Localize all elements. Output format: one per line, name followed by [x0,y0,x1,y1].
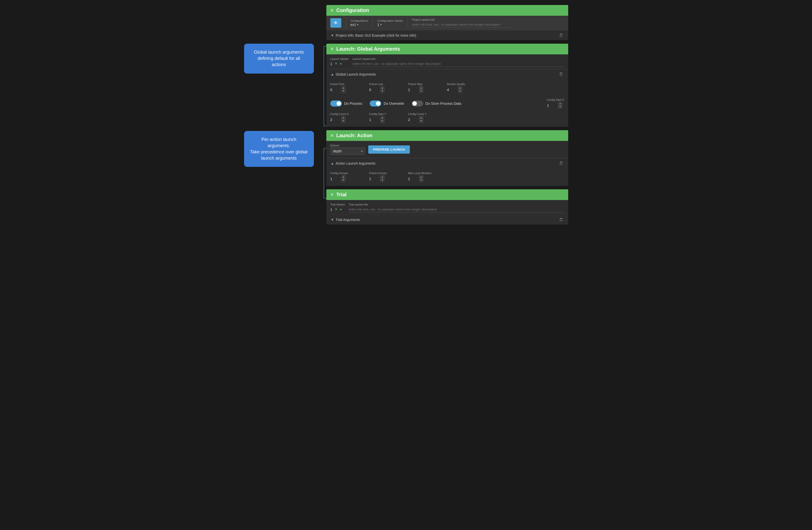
config-variant-value[interactable]: 1 [377,23,379,27]
config-variant-label: Configuration Variant [377,19,403,22]
actions-select-wrapper: depth [330,147,365,155]
doc-icon-trial-args[interactable]: 🗒 [559,217,563,222]
config-start-y-up[interactable]: ▲ [380,116,385,119]
config-start-x-value[interactable]: 1 [547,103,557,108]
config-count-x-spinner[interactable]: ▲ ▼ [341,116,346,123]
frame-last-value[interactable]: 0 [369,88,379,92]
action-args-collapse-row[interactable]: ▴ Action Launch Arguments 🗒 [327,158,568,168]
frame-step-label: Frame Step [408,83,443,86]
render-quality-value[interactable]: 4 [447,88,457,92]
config-variant-dropdown[interactable]: ▾ [380,23,382,26]
max-local-workers-spinner[interactable]: ▲ ▼ [419,175,424,182]
annotation-box-global: Global launch arguments defining default… [244,44,314,74]
trial-variant-plus[interactable]: + [334,206,338,212]
frame-step-up[interactable]: ▲ [419,87,423,89]
launch-variant-label: Launch Variant [330,57,349,60]
config-start-y-label: Config Start Y [369,113,404,115]
render-quality-label: Render Quality [447,83,482,86]
config-count-x-down[interactable]: ▼ [342,119,346,123]
frame-groups-up[interactable]: ▲ [380,175,385,178]
frame-first-up[interactable]: ▲ [342,87,346,89]
frame-groups-field: Frame Groups 1 ▲ ▼ [369,172,404,182]
do-overwrite-toggle[interactable] [370,101,381,106]
config-start-x-down[interactable]: ▼ [558,105,562,108]
launch-variant-value[interactable]: 1 [330,62,332,66]
max-local-workers-down[interactable]: ▼ [419,178,423,182]
actions-select[interactable]: depth [330,147,365,155]
prepare-launch-button[interactable]: PREPARE LAUNCH [368,145,410,154]
launch-variant-plus[interactable]: + [334,61,338,67]
trial-args-collapse-row[interactable]: ▾ Trial Arguments 🗒 [327,215,568,225]
render-quality-spinner[interactable]: ▲ ▼ [458,86,463,93]
config-count-y-down[interactable]: ▼ [419,119,423,123]
config-count-x-value[interactable]: 2 [330,117,340,122]
frame-groups-value[interactable]: 1 [369,176,379,181]
frame-step-field: Frame Step 1 ▲ ▼ [408,83,443,93]
max-local-workers-value[interactable]: 1 [408,176,418,181]
configuration-header: ≡ Configuration [327,5,568,16]
render-quality-up[interactable]: ▲ [458,87,462,89]
main-panel: ≡ Configuration 👁 Configurations ex1 ▾ [327,5,568,227]
max-local-workers-up[interactable]: ▲ [419,175,423,178]
trial-menu-icon[interactable]: ≡ [331,192,334,197]
config-groups-spinner[interactable]: ▲ ▼ [341,175,346,182]
config-controls-row: 👁 Configurations ex1 ▾ Configuration Var… [327,16,568,30]
launch-global-header: ≡ Launch: Global Arguments [327,44,568,54]
project-variant-input[interactable] [412,22,512,28]
toggle-row: Do Process Do Overwrite Do Store Process… [327,96,568,112]
config-start-x-up[interactable]: ▲ [558,102,562,105]
trial-variant-controls: 1 + ▾ [330,206,345,212]
doc-icon-action-args[interactable]: 🗒 [559,161,563,166]
launch-action-menu-icon[interactable]: ≡ [331,133,334,138]
config-count-y-spinner[interactable]: ▲ ▼ [419,116,424,123]
config-start-y-value[interactable]: 1 [369,117,379,122]
frame-groups-label: Frame Groups [369,172,404,175]
config-groups-value[interactable]: 1 [330,176,340,181]
trial-variant-value[interactable]: 1 [330,207,332,212]
do-store-toggle[interactable] [411,101,423,106]
render-quality-down[interactable]: ▼ [458,89,462,92]
config-count-y-value-row: 2 ▲ ▼ [408,116,443,123]
frame-step-down[interactable]: ▼ [419,89,423,92]
config-groups-up[interactable]: ▲ [342,175,346,178]
frame-first-spinner[interactable]: ▲ ▼ [341,86,346,93]
frame-first-down[interactable]: ▼ [342,89,346,92]
frame-groups-down[interactable]: ▼ [380,178,385,182]
config-start-x-spinner[interactable]: ▲ ▼ [558,102,563,109]
config-menu-icon[interactable]: ≡ [331,8,334,13]
frame-first-label: Frame First [330,83,365,86]
config-start-y-down[interactable]: ▼ [380,119,385,123]
frame-last-spinner[interactable]: ▲ ▼ [380,86,385,93]
global-args-collapse-row[interactable]: ▴ Global Launch Arguments 🗒 [327,69,568,79]
frame-groups-spinner[interactable]: ▲ ▼ [380,175,385,182]
config-start-y-spinner[interactable]: ▲ ▼ [380,116,385,123]
project-info-label: Project Info: Basic GUI Example (click f… [336,33,416,38]
trial-header: ≡ Trial [327,189,568,200]
launch-global-menu-icon[interactable]: ≡ [331,46,334,52]
config-start-x-value-row: 1 ▲ ▼ [547,102,564,109]
do-process-toggle[interactable] [330,101,342,106]
frame-step-spinner[interactable]: ▲ ▼ [419,86,424,93]
frame-first-value[interactable]: 0 [330,88,340,92]
frame-last-up[interactable]: ▲ [380,87,385,89]
config-count-y-label: Config Count Y [408,113,443,115]
eye-button[interactable]: 👁 [330,18,341,28]
config-groups-down[interactable]: ▼ [342,178,346,182]
chevron-down-icon: ▾ [331,33,333,38]
launch-variant-info-input[interactable] [352,61,564,67]
frame-last-down[interactable]: ▼ [380,89,385,92]
frame-step-value[interactable]: 1 [408,88,418,92]
configurations-dropdown[interactable]: ▾ [357,23,359,26]
trial-variant-label: Trial Variant [330,203,345,206]
config-count-y-value[interactable]: 2 [408,117,418,122]
trial-variant-dropdown[interactable]: ▾ [340,208,342,211]
launch-action-title: Launch: Action [336,133,373,139]
configurations-value[interactable]: ex1 [350,23,356,27]
config-count-y-up[interactable]: ▲ [419,116,423,119]
doc-icon-config[interactable]: 🗒 [559,33,563,38]
config-count-x-up[interactable]: ▲ [342,116,346,119]
project-info-row[interactable]: ▾ Project Info: Basic GUI Example (click… [327,30,568,40]
trial-variant-info-input[interactable] [349,206,564,213]
launch-variant-dropdown[interactable]: ▾ [340,62,342,66]
doc-icon-global-args[interactable]: 🗒 [559,72,563,76]
